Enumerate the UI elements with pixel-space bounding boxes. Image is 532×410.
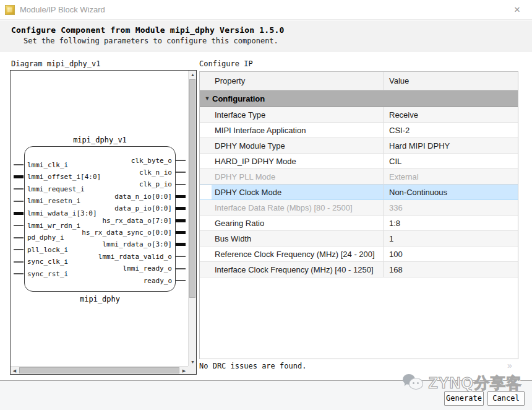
property-table: Property Value ▼ Configuration Interface… — [199, 71, 518, 359]
footer-bar: Generate Cancel — [0, 380, 532, 410]
close-icon[interactable]: × — [511, 4, 523, 16]
port-stub — [14, 164, 24, 165]
port-lmmi_clk_i: lmmi_clk_i — [14, 160, 68, 169]
main-area: Diagram mipi_dphy_v1 mipi_dphy_v1 mipi_d… — [0, 51, 532, 380]
configure-ip-label: Configure IP — [199, 59, 253, 68]
property-value[interactable]: External — [384, 169, 518, 184]
scroll-right-icon[interactable]: ▶ — [180, 367, 188, 375]
property-name: Reference Clock Frequency (MHz) [24 - 20… — [200, 246, 384, 261]
property-value[interactable]: CSI-2 — [384, 123, 518, 137]
property-value[interactable]: 1 — [384, 231, 518, 246]
scroll-down-icon[interactable]: ▼ — [189, 358, 197, 366]
group-label: Configuration — [212, 94, 265, 103]
port-label: lmmi_wdata_i[3:0] — [27, 209, 97, 217]
property-row-interface-data-rate-mbps-80-2500[interactable]: Interface Data Rate (Mbps) [80 - 2500]33… — [200, 200, 518, 216]
port-stub — [14, 237, 24, 238]
port-stub — [176, 231, 186, 234]
property-name: HARD_IP DPHY Mode — [200, 154, 384, 168]
property-row-bus-width[interactable]: Bus Width1 — [200, 231, 518, 246]
property-row-reference-clock-frequency-mhz-24-200[interactable]: Reference Clock Frequency (MHz) [24 - 20… — [200, 246, 518, 262]
property-row-gearing-ratio[interactable]: Gearing Ratio1:8 — [200, 216, 518, 231]
port-label: data_p_io[0:0] — [114, 204, 172, 212]
port-stub — [176, 256, 186, 257]
port-sync_clk_i: sync_clk_i — [14, 258, 68, 266]
port-label: sync_rst_i — [27, 270, 68, 278]
port-label: lmmi_wr_rdn_i — [27, 222, 80, 230]
port-label: clk_byte_o — [131, 157, 172, 165]
port-hs_rx_data_sync_o[0:0]: hs_rx_data_sync_o[0:0] — [82, 228, 186, 237]
port-label: lmmi_offset_i[4:0] — [27, 173, 101, 181]
port-lmmi_rdata_valid_o: lmmi_rdata_valid_o — [98, 252, 186, 261]
horizontal-scrollbar[interactable]: ◀ ▶ — [11, 366, 188, 374]
property-name: MIPI Interface Application — [200, 123, 384, 137]
port-label: lmmi_clk_i — [27, 161, 68, 169]
port-stub — [14, 249, 24, 250]
wizard-subtitle: Set the following parameters to configur… — [24, 37, 278, 45]
port-hs_rx_data_o[7:0]: hs_rx_data_o[7:0] — [102, 216, 186, 225]
port-label: clk_n_io — [139, 168, 172, 177]
property-row-dphy-module-type[interactable]: DPHY Module TypeHard MIPI DPHY — [200, 138, 518, 154]
block-subtitle: mipi_dphy — [24, 295, 176, 303]
port-label: clk_p_io — [139, 180, 172, 188]
wizard-header: Configure Component from Module mipi_dph… — [0, 20, 532, 51]
property-row-interface-type[interactable]: Interface TypeReceive — [200, 107, 518, 123]
port-stub — [176, 280, 186, 281]
port-lmmi_rdata_o[3:0]: lmmi_rdata_o[3:0] — [102, 240, 186, 249]
vertical-scroll-thumb[interactable] — [189, 79, 195, 298]
property-row-hard-ip-dphy-mode[interactable]: HARD_IP DPHY ModeCIL — [200, 154, 518, 169]
property-name: Bus Width — [200, 231, 384, 246]
property-value[interactable]: 100 — [384, 246, 518, 261]
port-label: pd_dphy_i — [27, 233, 64, 242]
port-label: lmmi_resetn_i — [27, 197, 80, 205]
window-title: Module/IP Block Wizard — [20, 5, 105, 14]
port-label: sync_clk_i — [27, 258, 68, 266]
cancel-button[interactable]: Cancel — [487, 391, 525, 406]
property-value[interactable]: 168 — [384, 262, 518, 277]
property-value[interactable]: Hard MIPI DPHY — [384, 138, 518, 153]
port-stub — [176, 219, 186, 222]
port-lmmi_wr_rdn_i: lmmi_wr_rdn_i — [14, 221, 80, 230]
port-stub — [14, 225, 24, 226]
more-chevron-icon: » — [507, 360, 511, 370]
diagram-panel: mipi_dphy_v1 mipi_dphy ▲ ▼ ◀ ▶ lmmi_clk_… — [10, 70, 197, 375]
port-stub — [14, 188, 24, 190]
property-name: Interface Clock Frequency (MHz) [40 - 12… — [200, 262, 384, 277]
scroll-up-icon[interactable]: ▲ — [189, 71, 197, 79]
property-name: DPHY PLL Mode — [200, 169, 384, 184]
group-row-configuration[interactable]: ▼ Configuration — [200, 90, 518, 107]
port-stub — [14, 273, 24, 274]
table-header: Property Value — [200, 72, 518, 90]
port-stub — [176, 160, 186, 161]
property-row-dphy-pll-mode[interactable]: DPHY PLL ModeExternal — [200, 169, 518, 185]
port-label: hs_rx_data_sync_o[0:0] — [82, 229, 172, 237]
port-data_n_io[0:0]: data_n_io[0:0] — [114, 192, 186, 201]
property-row-interface-clock-frequency-mhz-40-1250[interactable]: Interface Clock Frequency (MHz) [40 - 12… — [200, 262, 518, 277]
column-header-value: Value — [384, 72, 518, 90]
port-stub — [176, 184, 186, 185]
property-value[interactable]: CIL — [384, 154, 518, 168]
port-label: lmmi_rdata_o[3:0] — [102, 240, 172, 248]
property-row-dphy-clock-mode[interactable]: DPHY Clock ModeNon-Continuous — [200, 185, 518, 200]
generate-button[interactable]: Generate — [444, 391, 484, 406]
port-sync_rst_i: sync_rst_i — [14, 269, 68, 278]
table-rows: Interface TypeReceiveMIPI Interface Appl… — [200, 107, 518, 277]
port-stub — [176, 172, 186, 173]
port-ready_o: ready_o — [144, 276, 186, 285]
block-title: mipi_dphy_v1 — [24, 136, 176, 144]
scroll-left-icon[interactable]: ◀ — [11, 367, 19, 375]
port-lmmi_request_i: lmmi_request_i — [14, 185, 85, 193]
horizontal-scroll-thumb[interactable] — [19, 367, 179, 373]
collapse-icon[interactable]: ▼ — [202, 95, 212, 102]
wizard-dialog: Module/IP Block Wizard × Configure Compo… — [0, 0, 532, 410]
property-row-mipi-interface-application[interactable]: MIPI Interface ApplicationCSI-2 — [200, 123, 518, 138]
property-value[interactable]: 336 — [384, 200, 518, 215]
property-name: DPHY Module Type — [200, 138, 384, 153]
property-value[interactable]: Receive — [384, 107, 518, 122]
property-value[interactable]: 1:8 — [384, 216, 518, 230]
property-value[interactable]: Non-Continuous — [384, 185, 518, 199]
vertical-scrollbar[interactable]: ▲ ▼ — [188, 71, 196, 366]
port-stub — [176, 268, 186, 269]
scrollbar-corner — [188, 366, 196, 374]
port-label: lmmi_rdata_valid_o — [98, 253, 172, 261]
port-stub — [14, 261, 24, 263]
